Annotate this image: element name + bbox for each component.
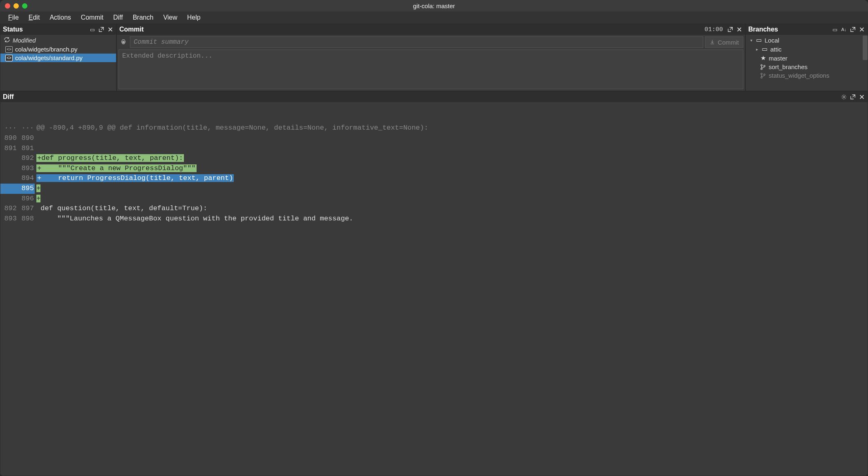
branch-icon	[760, 73, 766, 79]
svg-point-6	[764, 74, 765, 75]
diff-line[interactable]: 892+def progress(title, text, parent):	[0, 153, 868, 164]
expand-icon: ▸	[755, 47, 759, 52]
close-icon[interactable]	[736, 26, 743, 33]
line-number-new: 892	[18, 153, 35, 164]
diff-line[interactable]: 891891	[0, 144, 868, 154]
diff-line[interactable]: 892897 def question(title, text, default…	[0, 204, 868, 214]
status-panel: Status ▭ Modified <> cola/wi	[0, 24, 116, 91]
diff-code: def question(title, text, default=True):	[35, 204, 207, 214]
branch-item-status[interactable]: status_widget_options	[747, 71, 866, 80]
line-number-new: 893	[18, 164, 35, 174]
refresh-icon	[4, 36, 10, 44]
line-number-new: ···	[18, 123, 35, 133]
diff-line[interactable]: 896+	[0, 194, 868, 204]
diff-line[interactable]: 893+ """Create a new ProgressDialog"""	[0, 164, 868, 174]
diff-line[interactable]: 895+	[0, 184, 868, 194]
menu-file[interactable]: File	[3, 12, 24, 23]
line-number-new: 890	[18, 133, 35, 144]
diff-panel-header: Diff	[0, 92, 868, 102]
line-number-new: 894	[18, 173, 35, 184]
titlebar: git-cola: master	[0, 0, 868, 11]
status-group-label: Modified	[13, 37, 36, 44]
menu-branch[interactable]: Branch	[128, 12, 159, 23]
menu-edit[interactable]: Edit	[24, 12, 45, 23]
diff-line[interactable]: 890890	[0, 133, 868, 144]
code-file-icon: <>	[5, 55, 13, 61]
star-icon: ★	[760, 54, 766, 62]
branch-label: Local	[765, 37, 779, 44]
keyboard-icon[interactable]: ▭	[89, 26, 96, 33]
line-number-old: 890	[0, 133, 18, 144]
diff-code	[35, 133, 36, 144]
popout-icon[interactable]	[850, 94, 856, 100]
commit-panel: Commit 01:00 Commit	[116, 24, 745, 91]
branch-root-local[interactable]: ▾ ▭ Local	[747, 36, 866, 45]
commit-top-row: Commit	[119, 36, 743, 48]
commit-summary-input[interactable]	[130, 36, 703, 48]
close-icon[interactable]	[859, 94, 865, 100]
commit-panel-title: Commit	[119, 26, 702, 33]
diff-code: +def progress(title, text, parent):	[35, 153, 184, 164]
maximize-window-button[interactable]	[22, 3, 27, 9]
line-number-old: 891	[0, 144, 18, 154]
folder-icon: ▭	[761, 45, 768, 53]
line-number-old: ···	[0, 123, 18, 133]
sort-icon[interactable]: A↓	[841, 26, 847, 33]
diff-line[interactable]: 894+ return ProgressDialog(title, text, …	[0, 173, 868, 184]
branch-label: status_widget_options	[769, 72, 829, 79]
commit-panel-header: Commit 01:00	[117, 24, 745, 35]
diff-code: @@ -890,4 +890,9 @@ def information(titl…	[35, 123, 428, 133]
diff-code	[35, 144, 36, 154]
branch-item-sort[interactable]: sort_branches	[747, 63, 866, 71]
window-title: git-cola: master	[413, 2, 455, 9]
minimize-window-button[interactable]	[13, 3, 19, 9]
svg-point-3	[764, 65, 765, 67]
line-number-old	[0, 153, 18, 164]
menu-actions[interactable]: Actions	[45, 12, 76, 23]
traffic-lights	[5, 3, 27, 9]
diff-content[interactable]: ······@@ -890,4 +890,9 @@ def informatio…	[0, 102, 868, 476]
status-file-1[interactable]: <> cola/widgets/standard.py	[0, 54, 116, 62]
app-window: git-cola: master File Edit Actions Commi…	[0, 0, 868, 476]
diff-panel-title: Diff	[3, 93, 838, 101]
popout-icon[interactable]	[727, 26, 734, 33]
line-number-new: 897	[18, 204, 35, 214]
commit-button-label: Commit	[718, 39, 739, 46]
keyboard-icon[interactable]: ▭	[832, 26, 838, 33]
status-file-0[interactable]: <> cola/widgets/branch.py	[0, 45, 116, 54]
main-grid: Status ▭ Modified <> cola/wi	[0, 24, 868, 476]
commit-description-input[interactable]	[119, 49, 743, 89]
diff-code: +	[35, 194, 40, 204]
menu-help[interactable]: Help	[182, 12, 206, 23]
status-group-modified[interactable]: Modified	[0, 36, 116, 45]
svg-point-0	[123, 41, 124, 43]
popout-icon[interactable]	[850, 26, 856, 33]
svg-point-1	[761, 64, 763, 66]
diff-line[interactable]: 893898 """Launches a QMessageBox questio…	[0, 214, 868, 224]
branch-icon	[760, 64, 766, 70]
branches-panel-title: Branches	[748, 26, 829, 33]
branch-item-master[interactable]: ★ master	[747, 54, 866, 63]
branches-panel-header: Branches ▭ A↓	[746, 24, 868, 35]
line-number-old	[0, 173, 18, 184]
branch-item-attic[interactable]: ▸ ▭ attic	[747, 45, 866, 54]
status-panel-header: Status ▭	[0, 24, 116, 35]
line-number-old: 892	[0, 204, 18, 214]
menu-view[interactable]: View	[158, 12, 182, 23]
svg-point-7	[843, 96, 845, 98]
diff-line[interactable]: ······@@ -890,4 +890,9 @@ def informatio…	[0, 123, 868, 133]
close-window-button[interactable]	[5, 3, 10, 9]
commit-button[interactable]: Commit	[705, 36, 743, 48]
branch-label: master	[769, 55, 787, 62]
scrollbar-thumb[interactable]	[863, 36, 868, 60]
line-number-new: 895	[18, 184, 35, 194]
menu-commit[interactable]: Commit	[76, 12, 108, 23]
menu-diff[interactable]: Diff	[108, 12, 128, 23]
popout-icon[interactable]	[98, 26, 105, 33]
svg-point-4	[761, 73, 763, 74]
folder-icon: ▭	[756, 36, 762, 44]
close-icon[interactable]	[107, 26, 114, 33]
commit-options-button[interactable]	[119, 36, 128, 48]
close-icon[interactable]	[859, 26, 865, 33]
gear-icon[interactable]	[841, 94, 847, 100]
